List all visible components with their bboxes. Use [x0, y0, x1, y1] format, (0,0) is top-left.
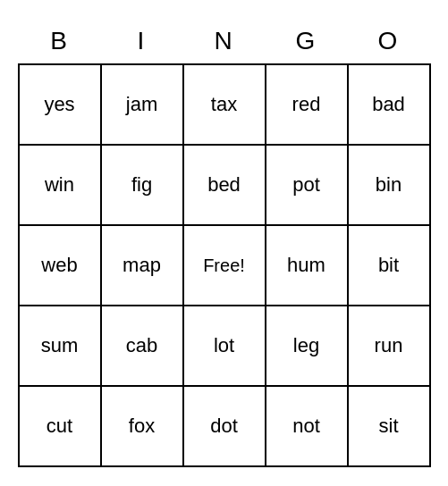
bingo-cell: leg — [266, 306, 349, 387]
bingo-cell: tax — [184, 65, 266, 146]
header-letter: G — [265, 19, 347, 63]
bingo-cell: jam — [102, 65, 184, 146]
bingo-cell: bed — [184, 146, 266, 226]
header-letter: O — [347, 19, 429, 63]
bingo-cell: cut — [20, 387, 102, 467]
bingo-cell: run — [349, 306, 431, 387]
bingo-row: cutfoxdotnotsit — [20, 387, 431, 467]
bingo-cell: not — [266, 387, 349, 467]
bingo-cell: map — [102, 226, 184, 306]
bingo-header: BINGO — [18, 19, 431, 63]
header-letter: I — [100, 19, 182, 63]
bingo-row: webmapFree!humbit — [20, 226, 431, 306]
bingo-cell: fox — [102, 387, 184, 467]
bingo-cell: lot — [184, 306, 266, 387]
bingo-cell: yes — [20, 65, 102, 146]
bingo-cell: bin — [349, 146, 431, 226]
bingo-cell: sum — [20, 306, 102, 387]
bingo-cell: bit — [349, 226, 431, 306]
bingo-row: yesjamtaxredbad — [20, 65, 431, 146]
bingo-cell: red — [266, 65, 349, 146]
bingo-cell: sit — [349, 387, 431, 467]
bingo-cell: dot — [184, 387, 266, 467]
bingo-row: sumcablotlegrun — [20, 306, 431, 387]
header-letter: B — [18, 19, 100, 63]
bingo-card: BINGO yesjamtaxredbadwinfigbedpotbinwebm… — [18, 19, 431, 467]
header-letter: N — [182, 19, 265, 63]
bingo-cell: fig — [102, 146, 184, 226]
bingo-cell: web — [20, 226, 102, 306]
bingo-cell: pot — [266, 146, 349, 226]
bingo-cell: bad — [349, 65, 431, 146]
bingo-cell: cab — [102, 306, 184, 387]
bingo-cell: Free! — [184, 226, 266, 306]
bingo-cell: win — [20, 146, 102, 226]
bingo-cell: hum — [266, 226, 349, 306]
bingo-row: winfigbedpotbin — [20, 146, 431, 226]
bingo-grid: yesjamtaxredbadwinfigbedpotbinwebmapFree… — [18, 63, 431, 467]
